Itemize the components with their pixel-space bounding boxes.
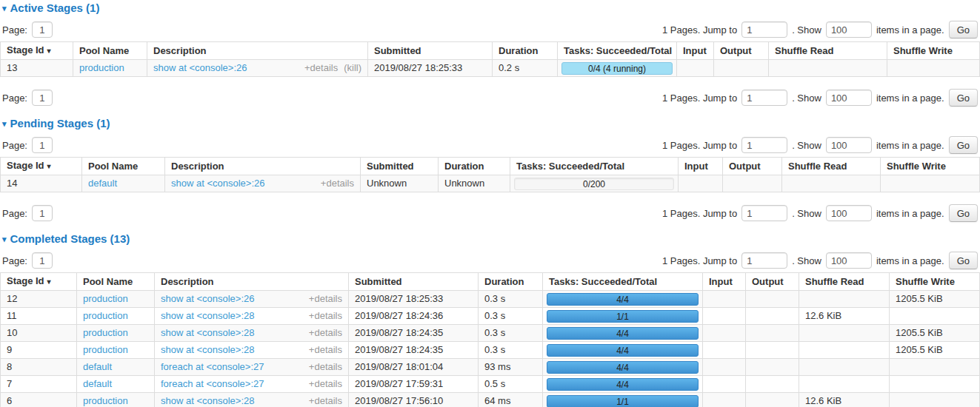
pool-name-cell: default <box>77 359 155 376</box>
description-cell: show at <console>:28+details <box>155 342 349 359</box>
column-header-description[interactable]: Description <box>147 42 368 60</box>
details-link[interactable]: +details <box>304 63 338 73</box>
column-header-duration[interactable]: Duration <box>439 158 510 175</box>
description-link[interactable]: show at <console>:28 <box>161 311 254 321</box>
jump-to-input[interactable] <box>741 252 787 269</box>
description-link[interactable]: show at <console>:26 <box>153 63 247 73</box>
output-cell <box>746 325 799 342</box>
description-cell: foreach at <console>:27+details <box>155 376 349 393</box>
stage-id-cell: 13 <box>1 60 73 77</box>
details-link[interactable]: +details <box>309 379 342 389</box>
details-link[interactable]: +details <box>309 396 342 406</box>
column-header-pool[interactable]: Pool Name <box>82 158 165 175</box>
items-per-page-text: items in a page. <box>876 140 944 151</box>
column-header-description[interactable]: Description <box>155 273 349 291</box>
go-button[interactable]: Go <box>949 252 978 269</box>
column-header-output[interactable]: Output <box>723 158 782 175</box>
section-title-completed[interactable]: ▾Completed Stages (13) <box>2 232 978 246</box>
pool-name-link[interactable]: production <box>83 395 128 406</box>
column-header-input[interactable]: Input <box>679 158 723 175</box>
column-header-shuffle-read[interactable]: Shuffle Read <box>799 273 890 291</box>
column-header-shuffle-read[interactable]: Shuffle Read <box>782 158 881 175</box>
details-link[interactable]: +details <box>309 294 342 304</box>
section-title-active[interactable]: ▾Active Stages (1) <box>2 1 978 15</box>
column-header-shuffle-write[interactable]: Shuffle Write <box>887 42 980 60</box>
jump-to-input[interactable] <box>741 137 787 153</box>
go-button[interactable]: Go <box>949 136 978 154</box>
column-header-shuffle-write[interactable]: Shuffle Write <box>890 273 980 291</box>
show-count-input[interactable] <box>826 90 872 106</box>
column-header-tasks[interactable]: Tasks: Succeeded/Total <box>558 42 677 60</box>
pages-jump-text: 1 Pages. Jump to <box>662 140 737 151</box>
page-number-input[interactable] <box>32 90 53 106</box>
show-count-input[interactable] <box>826 252 872 269</box>
details-link[interactable]: +details <box>309 311 342 321</box>
column-header-output[interactable]: Output <box>746 273 799 291</box>
description-link[interactable]: show at <console>:28 <box>161 328 254 338</box>
description-link[interactable]: show at <console>:28 <box>161 396 254 406</box>
show-count-input[interactable] <box>826 21 872 38</box>
column-header-label: Submitted <box>355 276 402 287</box>
go-button[interactable]: Go <box>949 21 978 38</box>
column-header-description[interactable]: Description <box>165 158 361 175</box>
pool-name-link[interactable]: default <box>83 361 112 372</box>
pool-name-link[interactable]: default <box>88 178 117 189</box>
column-header-shuffle-read[interactable]: Shuffle Read <box>769 42 887 60</box>
column-header-submitted[interactable]: Submitted <box>361 158 439 175</box>
pool-name-link[interactable]: production <box>83 293 128 304</box>
duration-cell: 0.3 s <box>479 308 543 325</box>
column-header-stage-id[interactable]: Stage Id▾ <box>1 273 77 291</box>
stage-id-cell: 7 <box>1 376 77 393</box>
details-link[interactable]: +details <box>321 178 354 189</box>
collapse-arrow-icon: ▾ <box>2 235 7 243</box>
page-number-input[interactable] <box>32 252 53 269</box>
column-header-tasks[interactable]: Tasks: Succeeded/Total <box>510 158 679 175</box>
description-wrap: show at <console>:26+details <box>161 294 342 304</box>
column-header-stage-id[interactable]: Stage Id▾ <box>1 42 73 60</box>
shuffle-write-cell <box>890 393 980 407</box>
description-link[interactable]: show at <console>:28 <box>161 345 254 355</box>
section-title-pending[interactable]: ▾Pending Stages (1) <box>2 117 978 130</box>
column-header-stage-id[interactable]: Stage Id▾ <box>1 158 82 175</box>
page-number-input[interactable] <box>32 137 53 153</box>
show-count-input[interactable] <box>826 205 872 221</box>
column-header-output[interactable]: Output <box>714 42 769 60</box>
column-header-shuffle-write[interactable]: Shuffle Write <box>881 158 980 175</box>
go-button[interactable]: Go <box>949 89 978 107</box>
description-link[interactable]: foreach at <console>:27 <box>161 362 264 372</box>
page-label: Page: <box>2 24 27 36</box>
column-header-duration[interactable]: Duration <box>493 42 558 60</box>
column-header-submitted[interactable]: Submitted <box>349 273 479 291</box>
column-header-duration[interactable]: Duration <box>479 273 543 291</box>
details-link[interactable]: +details <box>309 328 342 338</box>
pool-name-link[interactable]: production <box>79 62 124 73</box>
input-cell <box>679 175 723 192</box>
pool-name-link[interactable]: production <box>83 310 128 321</box>
description-link[interactable]: show at <console>:26 <box>171 178 264 189</box>
kill-link[interactable]: (kill) <box>344 63 361 73</box>
description-link[interactable]: show at <console>:26 <box>161 294 254 304</box>
details-link[interactable]: +details <box>309 362 342 372</box>
shuffle-read-cell <box>799 342 890 359</box>
pool-name-link[interactable]: production <box>83 344 128 355</box>
jump-to-input[interactable] <box>741 21 787 38</box>
pages-jump-text: 1 Pages. Jump to <box>662 24 737 36</box>
jump-to-input[interactable] <box>741 205 787 221</box>
page-number-input[interactable] <box>32 21 53 38</box>
show-count-input[interactable] <box>826 137 872 153</box>
column-header-tasks[interactable]: Tasks: Succeeded/Total <box>543 273 703 291</box>
task-progress-label: 4/4 <box>616 329 629 339</box>
pool-name-link[interactable]: production <box>83 327 128 338</box>
details-link[interactable]: +details <box>309 345 342 355</box>
description-cell: show at <console>:28+details <box>155 393 349 407</box>
column-header-pool[interactable]: Pool Name <box>73 42 147 60</box>
column-header-input[interactable]: Input <box>677 42 714 60</box>
pool-name-link[interactable]: default <box>83 378 112 389</box>
column-header-input[interactable]: Input <box>703 273 746 291</box>
jump-to-input[interactable] <box>741 90 787 106</box>
column-header-submitted[interactable]: Submitted <box>368 42 493 60</box>
description-link[interactable]: foreach at <console>:27 <box>161 379 264 389</box>
go-button[interactable]: Go <box>949 204 978 222</box>
page-number-input[interactable] <box>32 205 53 221</box>
column-header-pool[interactable]: Pool Name <box>77 273 155 291</box>
